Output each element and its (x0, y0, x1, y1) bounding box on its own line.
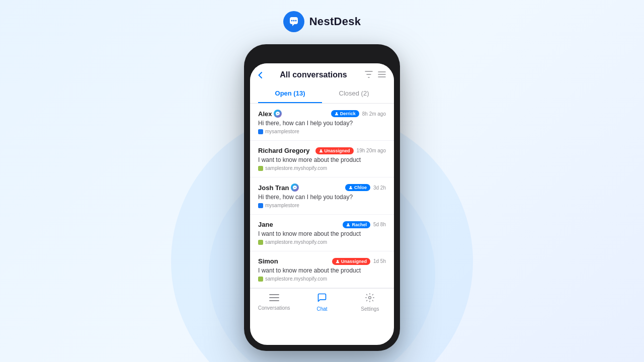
user-icon (335, 112, 339, 116)
conv-time: 3d 2h (373, 185, 386, 191)
conversation-item-jane[interactable]: Jane Rachel 5d 8h I want to know more ab… (250, 215, 394, 251)
shopify-source-icon (258, 166, 263, 171)
conv-meta: Rachel 5d 8h (343, 221, 386, 228)
conv-meta: Derrick 8h 2m ago (331, 110, 386, 117)
page-title: All conversations (280, 70, 347, 79)
shopify-source-icon (258, 240, 263, 245)
agent-badge: Chloe (345, 184, 370, 191)
unassigned-badge: Unassigned (332, 258, 370, 265)
conv-message: Hi there, how can I help you today? (258, 120, 386, 127)
filter-icon[interactable] (365, 71, 373, 79)
unassigned-badge: Unassigned (315, 147, 354, 154)
nav-settings[interactable]: Settings (346, 293, 394, 312)
conv-meta: Chloe 3d 2h (345, 184, 386, 191)
conv-time: 5d 8h (373, 222, 386, 227)
conv-header: Josh Tran Chloe 3d 2h (258, 184, 386, 192)
conv-name-row: Jane (258, 221, 273, 228)
svg-point-9 (337, 260, 338, 261)
conv-source: samplestore.myshopify.com (258, 276, 386, 282)
svg-point-4 (295, 20, 296, 22)
nestdesk-logo-icon (283, 11, 304, 32)
conv-name: Josh Tran (258, 184, 289, 192)
conv-name-row: Richard Gregory (258, 147, 310, 154)
app-title: NestDesk (309, 15, 361, 28)
tab-closed[interactable]: Closed (2) (322, 84, 386, 103)
settings-nav-icon (365, 293, 375, 305)
conv-header: Alex Derrick 8h 2m ago (258, 110, 386, 118)
conversation-item-alex[interactable]: Alex Derrick 8h 2m ago Hi there, how can… (250, 104, 394, 141)
user-icon (349, 186, 353, 190)
conv-name: Simon (258, 257, 278, 265)
phone-notch (297, 50, 347, 61)
svg-point-13 (369, 297, 371, 299)
phone-screen: All conversations Open (13) (250, 63, 394, 345)
conv-source: samplestore.myshopify.com (258, 239, 386, 245)
conv-name: Alex (258, 110, 272, 118)
svg-point-8 (348, 223, 349, 225)
conversation-list: Alex Derrick 8h 2m ago Hi there, how can… (250, 104, 394, 288)
header-actions (365, 71, 386, 79)
conv-meta: Unassigned 1d 5h (332, 258, 386, 265)
conv-source: mysamplestore (258, 129, 386, 134)
chat-nav-icon (317, 293, 327, 305)
conversation-item-richard[interactable]: Richard Gregory Unassigned 19h 20m ago I… (250, 141, 394, 177)
conv-time: 1d 5h (373, 258, 386, 264)
conv-message: Hi there, how can I help you today? (258, 194, 386, 201)
conv-name: Jane (258, 221, 273, 228)
conv-message: I want to know more about the product (258, 267, 386, 274)
conv-name-row: Simon (258, 257, 278, 265)
conv-message: I want to know more about the product (258, 156, 386, 163)
nav-chat-label: Chat (316, 306, 327, 312)
tab-bar: Open (13) Closed (2) (250, 84, 394, 104)
unassigned-icon (319, 149, 323, 153)
conv-header: Simon Unassigned 1d 5h (258, 257, 386, 265)
messenger-icon (291, 184, 299, 192)
conv-time: 8h 2m ago (362, 111, 386, 117)
conv-header: Jane Rachel 5d 8h (258, 221, 386, 228)
conv-name-row: Alex (258, 110, 282, 118)
svg-point-7 (350, 186, 351, 188)
tab-open[interactable]: Open (13) (258, 84, 322, 103)
svg-point-5 (336, 112, 337, 114)
nav-settings-label: Settings (361, 306, 379, 312)
shopify-source-icon (258, 277, 263, 282)
screen-header: All conversations (250, 63, 394, 84)
conv-source: mysamplestore (258, 203, 386, 208)
conversations-nav-icon (269, 293, 279, 304)
phone-frame: All conversations Open (13) (244, 44, 400, 351)
svg-point-6 (320, 149, 321, 151)
conversation-item-simon[interactable]: Simon Unassigned 1d 5h I want to know mo… (250, 251, 394, 288)
menu-icon[interactable] (378, 71, 386, 79)
unassigned-icon (336, 259, 340, 263)
conv-name-row: Josh Tran (258, 184, 299, 192)
conv-meta: Unassigned 19h 20m ago (315, 147, 386, 154)
agent-badge: Rachel (343, 221, 370, 228)
messenger-icon (274, 110, 282, 118)
conversation-item-josh[interactable]: Josh Tran Chloe 3d 2h Hi there, how can … (250, 177, 394, 215)
nav-conversations[interactable]: Conversations (250, 293, 298, 312)
nav-conversations-label: Conversations (258, 305, 290, 311)
conv-source: samplestore.myshopify.com (258, 165, 386, 171)
svg-point-3 (293, 20, 294, 22)
bottom-nav: Conversations Chat Settings (250, 288, 394, 318)
back-button[interactable] (258, 72, 262, 78)
user-icon (346, 223, 350, 227)
conv-name: Richard Gregory (258, 147, 310, 154)
top-bar: NestDesk (283, 11, 361, 32)
nav-chat[interactable]: Chat (298, 293, 346, 312)
conv-header: Richard Gregory Unassigned 19h 20m ago (258, 147, 386, 154)
agent-badge: Derrick (331, 110, 359, 117)
conv-message: I want to know more about the product (258, 230, 386, 237)
back-chevron-icon (258, 72, 262, 78)
facebook-source-icon (258, 203, 263, 208)
facebook-source-icon (258, 129, 263, 134)
svg-point-2 (291, 20, 292, 22)
conv-time: 19h 20m ago (357, 148, 386, 153)
